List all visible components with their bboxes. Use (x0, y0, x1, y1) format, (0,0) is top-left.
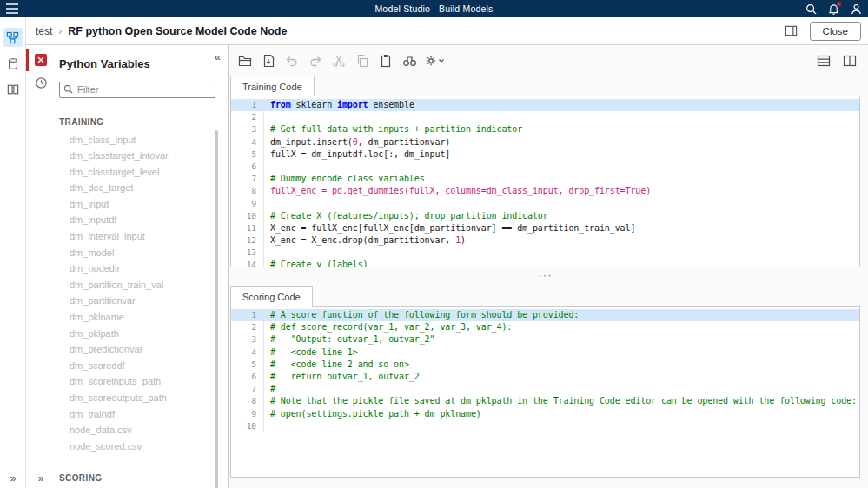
tab-training-code[interactable]: Training Code (230, 76, 315, 96)
variable-item[interactable]: node_data.csv (59, 422, 219, 439)
code-line-text (264, 161, 270, 173)
code-line[interactable]: 7# Dummy encode class variables (231, 173, 859, 185)
right-panel-toggle-icon[interactable] (784, 23, 799, 39)
variable-item[interactable]: dm_classtarget_level (59, 164, 219, 181)
variable-item[interactable]: dm_classtarget_intovar (59, 148, 219, 164)
data-icon[interactable] (3, 54, 23, 73)
notifications-bell-icon[interactable] (826, 2, 840, 16)
code-line[interactable]: 2 (231, 111, 859, 123)
cut-icon[interactable] (329, 51, 348, 70)
code-line[interactable]: 5# <code line 2 and so on> (231, 359, 859, 371)
code-line[interactable]: 8fullX_enc = pd.get_dummies(fullX, colum… (231, 185, 859, 197)
code-line[interactable]: 1from sklearn import ensemble (231, 99, 859, 111)
code-line[interactable]: 6 (231, 161, 859, 173)
stacked-view-icon[interactable] (814, 51, 833, 70)
variable-item[interactable]: dm_partitionvar (59, 293, 219, 309)
variable-item[interactable]: dm_scoreoutputs_path (59, 390, 219, 406)
pipeline-comparison-icon[interactable] (3, 80, 23, 99)
variable-item[interactable]: dm_pklname (59, 309, 219, 326)
variable-item[interactable]: dm_model (59, 245, 219, 261)
save-code-icon[interactable] (259, 51, 278, 70)
variable-item[interactable]: dm_dec_target (59, 180, 219, 196)
code-line-text: X_enc = fullX_enc[fullX_enc[dm_partition… (264, 222, 635, 234)
code-line[interactable]: 7# (231, 383, 859, 395)
breadcrumb-separator-icon: › (58, 25, 62, 37)
variable-item[interactable]: dm_pklpath (59, 326, 219, 342)
code-line[interactable]: 10 (231, 420, 859, 432)
close-button[interactable]: Close (810, 22, 861, 41)
variable-item[interactable]: dm_partition_train_val (59, 277, 219, 293)
tab-scoring-code[interactable]: Scoring Code (230, 286, 313, 307)
line-number: 3 (231, 123, 264, 135)
undo-icon[interactable] (282, 51, 301, 70)
scoring-code-editor[interactable]: 1# A score function of the following for… (230, 306, 860, 478)
rail-expand-icon[interactable]: » (0, 472, 26, 485)
line-number: 6 (231, 161, 264, 173)
code-line[interactable]: 12X_enc = X_enc.drop(dm_partitionvar, 1) (231, 234, 859, 247)
code-line[interactable]: 3# Get full data with inputs + partition… (231, 123, 859, 135)
code-line[interactable]: 11X_enc = fullX_enc[fullX_enc[dm_partiti… (231, 222, 859, 234)
variable-item[interactable]: dm_predictionvar (59, 341, 219, 358)
variable-item[interactable]: node_scored.csv (59, 439, 219, 455)
code-line[interactable]: 1# A score function of the following for… (231, 309, 859, 321)
code-line[interactable]: 3# "Output: outvar_1, outvar_2" (231, 333, 859, 346)
scoring-code-lines: 1# A score function of the following for… (231, 309, 859, 432)
line-number: 8 (231, 395, 264, 407)
code-line[interactable]: 14# Create y (labels) (231, 259, 859, 267)
panel-tabstrip: » (26, 45, 56, 488)
breadcrumb-project-link[interactable]: test (36, 25, 52, 37)
code-line-text: dm_input.insert(0, dm_partitionvar) (264, 136, 450, 148)
code-line[interactable]: 4dm_input.insert(0, dm_partitionvar) (231, 136, 859, 148)
breadcrumb-page-title: RF python Open Source Model Code Node (68, 25, 287, 37)
panel-scrollbar[interactable] (215, 130, 218, 488)
python-variables-tab[interactable] (26, 49, 56, 71)
code-line-text: # Dummy encode class variables (264, 173, 425, 185)
code-line[interactable]: 10# Create X (features/inputs); drop par… (231, 210, 859, 222)
variable-item[interactable]: dm_traindf (59, 406, 219, 423)
editor-toolbar (235, 50, 447, 71)
filter-input[interactable] (59, 82, 215, 98)
variable-item[interactable]: dm_input (59, 196, 219, 213)
copy-icon[interactable] (353, 51, 372, 70)
side-by-side-view-icon[interactable] (840, 51, 859, 70)
open-code-file-icon[interactable] (235, 51, 255, 70)
variable-item[interactable]: dm_nodedir (59, 260, 219, 277)
code-line[interactable]: 13 (231, 247, 859, 259)
code-line[interactable]: 2# def score_record(var_1, var_2, var_3,… (231, 321, 859, 333)
line-number: 2 (231, 321, 264, 333)
code-line-text: # <code line 1> (264, 346, 358, 359)
variable-item[interactable]: dm_inputdf (59, 212, 219, 228)
line-number: 1 (231, 99, 264, 111)
user-avatar-icon[interactable] (849, 2, 863, 16)
code-line[interactable]: 5fullX = dm_inputdf.loc[:, dm_input] (231, 148, 859, 161)
code-line[interactable]: 4# <code line 1> (231, 346, 859, 359)
variable-item[interactable]: dm_scoreinputs_path (59, 373, 219, 390)
line-number: 4 (231, 346, 264, 359)
editor-splitter-handle[interactable]: ··· (230, 267, 860, 285)
editor-settings-icon[interactable] (423, 51, 447, 70)
variable-item[interactable]: dm_scoreddf (59, 358, 219, 374)
code-line[interactable]: 9 (231, 198, 859, 210)
code-line[interactable]: 9# open(settings.pickle_path + dm_pklnam… (231, 408, 859, 420)
line-number: 11 (231, 222, 264, 234)
tabstrip-expand-icon[interactable]: » (26, 472, 56, 485)
pipelines-icon[interactable] (3, 28, 23, 47)
code-line-text: # <code line 2 and so on> (264, 359, 409, 371)
session-status-icon[interactable] (26, 71, 56, 94)
redo-icon[interactable] (306, 51, 325, 70)
variable-item[interactable]: dm_interval_input (59, 228, 219, 245)
search-icon[interactable] (804, 2, 818, 16)
find-icon[interactable] (400, 51, 419, 70)
collapse-panel-icon[interactable]: « (215, 50, 221, 63)
application-topbar: Model Studio - Build Models (0, 0, 868, 17)
code-line[interactable]: 8# Note that the pickle file saved at dm… (231, 395, 859, 407)
line-number: 7 (231, 383, 264, 395)
code-line[interactable]: 6# return outvar_1, outvar_2 (231, 371, 859, 383)
hamburger-menu-icon[interactable] (0, 0, 24, 17)
paste-icon[interactable] (376, 51, 395, 70)
variable-item[interactable]: dm_class_input (59, 132, 219, 148)
filter-field-wrap (59, 81, 215, 98)
training-code-editor[interactable]: 1from sklearn import ensemble23# Get ful… (230, 96, 860, 267)
line-number: 13 (231, 247, 264, 259)
training-variable-list: dm_class_inputdm_classtarget_intovardm_c… (59, 132, 219, 455)
